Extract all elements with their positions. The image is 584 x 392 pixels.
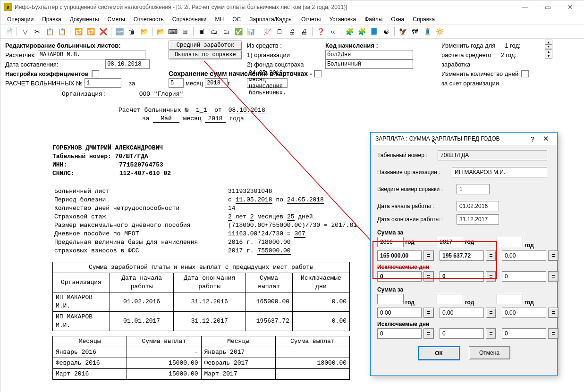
change-years-label-3: заработка: [441, 59, 584, 69]
close-button[interactable]: ✕: [560, 1, 581, 13]
toolbtn-20[interactable]: 🗒: [274, 26, 285, 37]
dlg-sum2-btn[interactable]: =: [486, 250, 496, 261]
dialog-close-button[interactable]: ✕: [539, 134, 552, 143]
toolbtn-1[interactable]: ▽: [20, 26, 30, 37]
accrual-date-field[interactable]: 24.05.2018 месяц начисления больничных.: [247, 78, 288, 88]
toolbtn-6[interactable]: 🔁: [85, 26, 96, 37]
save-sums-checkbox[interactable]: [314, 70, 322, 77]
dlg-date-end[interactable]: 31.12.2017: [457, 214, 499, 225]
menu-Установка[interactable]: Установка: [325, 15, 360, 24]
dlg-sum1-btn[interactable]: =: [423, 250, 434, 261]
dlg-refno[interactable]: 1: [457, 184, 490, 194]
toolbtn-31[interactable]: 🧵: [422, 26, 432, 37]
year1-spinner[interactable]: ▲▼: [545, 40, 552, 49]
menu-Зарплата/Кадры[interactable]: Зарплата/Кадры: [245, 15, 296, 24]
menu-Справочники[interactable]: Справочники: [169, 15, 211, 24]
toolbtn-22[interactable]: 🖨: [299, 26, 309, 37]
menu-Правка[interactable]: Правка: [38, 15, 65, 24]
menu-Окна[interactable]: Окна: [387, 15, 408, 24]
toolbtn-29[interactable]: 🦅: [398, 26, 408, 37]
toolbtn-19[interactable]: 📈: [262, 26, 272, 37]
dlg-year3[interactable]: [497, 237, 523, 247]
code2-field[interactable]: Больничный: [325, 59, 413, 69]
dlg-cancel-button[interactable]: Отмена: [469, 346, 510, 359]
menu-МН[interactable]: МН: [211, 15, 228, 24]
toolbtn-16[interactable]: 🗂: [221, 26, 231, 37]
dlg-sum3-btn[interactable]: =: [548, 250, 559, 261]
dialog-help-button[interactable]: ?: [526, 135, 539, 143]
month-number-field[interactable]: 5: [169, 78, 184, 88]
date-compiled-field[interactable]: 08.10.2018: [105, 59, 150, 69]
toolbtn-32[interactable]: 🔆: [434, 26, 445, 37]
toolbtn-27[interactable]: 📘: [369, 26, 379, 37]
toolbtn-5[interactable]: 🔁: [73, 26, 84, 37]
toolbtn-2[interactable]: ✂: [32, 26, 42, 37]
dlg-org[interactable]: ИП МАКАРОВ М.И.: [452, 167, 547, 177]
year2-spinner[interactable]: ▲▼: [545, 49, 552, 58]
toolbtn-24[interactable]: ‹‹: [328, 26, 338, 37]
salary-prev-years-dialog: ЗАРПЛАТА : СУММА ЗАРПЛАТЫ ПРЕД ГОДОВ ? ✕…: [370, 132, 558, 376]
toolbtn-15[interactable]: 🗂: [209, 26, 219, 37]
calculator-field[interactable]: МАКАРОВ М.В.: [38, 50, 145, 59]
toolbtn-10[interactable]: 📂: [139, 26, 149, 37]
toolbtn-4[interactable]: 📋: [57, 26, 67, 37]
maximize-button[interactable]: ▭: [537, 1, 558, 13]
menu-Операции[interactable]: Операции: [3, 15, 37, 24]
toolbtn-0[interactable]: 📄: [3, 26, 14, 37]
change-days-checkbox[interactable]: [521, 70, 529, 77]
menu-Документы[interactable]: Документы: [66, 15, 103, 24]
menu-Сметы[interactable]: Сметы: [104, 15, 129, 24]
toolbtn-14[interactable]: 🖩: [196, 26, 207, 37]
toolbtn-11[interactable]: 📂: [155, 26, 166, 37]
toolbtn-12[interactable]: ⌨: [168, 26, 178, 37]
dlg-sum3[interactable]: 0.00: [502, 250, 546, 261]
toolbtn-18[interactable]: 📊: [245, 26, 256, 37]
menu-Справка[interactable]: Справка: [409, 15, 439, 24]
dlg-sum1[interactable]: 165 000.00: [377, 250, 422, 261]
menu-Отчеты[interactable]: Отчеты: [297, 15, 324, 24]
toolbtn-7[interactable]: ❌: [98, 26, 108, 37]
minimize-button[interactable]: —: [515, 1, 535, 13]
report-dd: 25: [287, 213, 295, 221]
coef-checkbox[interactable]: [92, 70, 99, 77]
report-tabno: 70/ШТ/ГДА: [115, 153, 148, 160]
toolbtn-8[interactable]: 🆕: [114, 26, 125, 37]
dlg-ex3[interactable]: 0: [502, 271, 546, 282]
menu-Отчетность[interactable]: Отчетность: [130, 15, 168, 24]
year-field[interactable]: 2018: [205, 78, 228, 88]
menu-Файлы[interactable]: Файлы: [361, 15, 386, 24]
change-days-label-1: Изменить количество дней: [441, 70, 518, 77]
date-compiled-label: Дата составления:: [5, 61, 58, 68]
dlg-date-start[interactable]: 01.02.2016: [457, 201, 499, 211]
menu-ОС[interactable]: ОС: [229, 15, 245, 24]
dlg-ex2-btn[interactable]: =: [486, 271, 496, 282]
dlg-ex1-btn[interactable]: =: [423, 271, 434, 282]
toolbtn-9[interactable]: 🗑: [127, 26, 137, 37]
toolbtn-28[interactable]: ☯: [381, 26, 391, 37]
toolbtn-17[interactable]: ✅: [233, 26, 244, 37]
report-date-to: 24.05.2018: [287, 196, 324, 204]
report-mrot-daily: 367: [294, 230, 305, 238]
toolbtn-23[interactable]: ❓: [315, 26, 326, 37]
toolbtn-3[interactable]: 📋: [44, 26, 55, 37]
calc-number-field[interactable]: 1: [85, 78, 121, 88]
toolbtn-25[interactable]: 🧩: [344, 26, 355, 37]
toolbtn-26[interactable]: 🧩: [356, 26, 367, 37]
dlg-year2[interactable]: 2017: [437, 237, 463, 247]
dlg-ex2[interactable]: 0: [440, 271, 484, 282]
payments-by-ref-button[interactable]: Выплаты по справке: [169, 50, 242, 59]
dlg-ok-button[interactable]: ОК: [418, 346, 460, 360]
dlg-ex1[interactable]: 0: [377, 271, 422, 282]
toolbtn-13[interactable]: ⊞: [180, 26, 190, 37]
source-org-label: 1) организации: [247, 50, 322, 59]
toolbtn-21[interactable]: 🖨: [287, 26, 297, 37]
code1-field[interactable]: бол2Дня: [325, 50, 413, 59]
dlg-year1[interactable]: 2016: [377, 237, 404, 247]
dlg-ex3-btn[interactable]: =: [548, 271, 559, 282]
toolbtn-30[interactable]: 🗺: [410, 26, 420, 37]
change-years-label-1: Изменить года для: [441, 42, 495, 49]
avg-earnings-button[interactable]: Средний заработок: [169, 41, 242, 50]
dlg-sum2[interactable]: 195 637.72: [440, 250, 484, 261]
edit-sicklists-label: Редактирование больничных листов:: [5, 41, 166, 50]
source-label: Из средств :: [247, 41, 322, 50]
